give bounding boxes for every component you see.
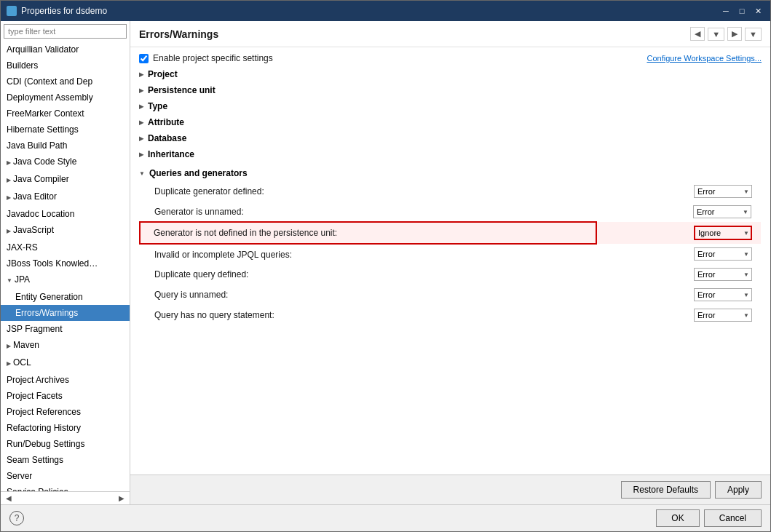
query-select-generator-not-defined[interactable]: ErrorWarningIgnore (694, 226, 752, 240)
cancel-button[interactable]: Cancel (704, 509, 762, 527)
sidebar-item-hibernate-settings[interactable]: Hibernate Settings (1, 122, 130, 138)
sidebar-item-arquillian-validator[interactable]: Arquillian Validator (1, 41, 130, 57)
section-header-database[interactable]: Database (139, 130, 762, 146)
enable-specific-settings-checkbox[interactable] (139, 54, 149, 63)
query-select-wrapper-query-no-statement: ErrorWarningIgnore (694, 309, 752, 322)
sidebar-item-service-policies[interactable]: Service Policies (1, 484, 130, 491)
enable-settings-row: Enable project specific settings Configu… (139, 53, 762, 63)
maximize-button[interactable]: □ (735, 4, 748, 17)
sidebar-item-jsp-fragment[interactable]: JSP Fragment (1, 321, 130, 337)
sidebar-scroll-controls: ◀ ▶ (1, 491, 130, 504)
query-row-generator-unnamed: Generator is unnamed:ErrorWarningIgnore (140, 202, 761, 222)
query-select-cell-invalid-jpql: ErrorWarningIgnore (596, 244, 761, 264)
sidebar-item-jax-rs[interactable]: JAX-RS (1, 239, 130, 255)
sidebar-item-project-references[interactable]: Project References (1, 404, 130, 420)
bottom-buttons: OK Cancel (656, 509, 762, 527)
help-button[interactable]: ? (9, 511, 24, 525)
sidebar-item-server[interactable]: Server (1, 468, 130, 484)
query-row-query-no-statement: Query has no query statement:ErrorWarnin… (140, 305, 761, 325)
sidebar-item-refactoring-history[interactable]: Refactoring History (1, 420, 130, 436)
query-select-generator-unnamed[interactable]: ErrorWarningIgnore (693, 205, 751, 218)
queries-table: Duplicate generator defined:ErrorWarning… (139, 181, 762, 325)
minimize-button[interactable]: ─ (719, 4, 732, 17)
sidebar-item-errors-warnings[interactable]: Errors/Warnings (1, 305, 130, 321)
section-label-inheritance: Inheritance (148, 149, 194, 159)
scroll-right-btn[interactable]: ▶ (116, 493, 127, 503)
section-label-type: Type (148, 101, 167, 111)
scroll-left-btn[interactable]: ◀ (4, 493, 14, 503)
query-label-generator-unnamed: Generator is unnamed: (140, 202, 596, 222)
title-bar-controls: ─ □ ✕ (719, 4, 764, 17)
query-select-query-unnamed[interactable]: ErrorWarningIgnore (694, 288, 752, 301)
sidebar-item-jpa[interactable]: JPA (1, 271, 130, 289)
sidebar-item-maven[interactable]: Maven (1, 337, 130, 354)
queries-section-header[interactable]: Queries and generators (139, 165, 762, 181)
section-header-inheritance[interactable]: Inheritance (139, 146, 762, 162)
sidebar-item-freemarker-context[interactable]: FreeMarker Context (1, 106, 130, 122)
sidebar-item-seam-settings[interactable]: Seam Settings (1, 452, 130, 468)
workspace-settings-link[interactable]: Configure Workspace Settings... (647, 54, 762, 63)
query-label-invalid-jpql: Invalid or incomplete JPQL queries: (140, 244, 596, 264)
nav-back-button[interactable]: ◀ (690, 27, 705, 41)
nav-forward-button[interactable]: ▶ (727, 27, 742, 41)
query-select-cell-generator-not-defined: ErrorWarningIgnore (596, 222, 761, 244)
query-select-duplicate-query[interactable]: ErrorWarningIgnore (694, 268, 752, 281)
query-select-cell-duplicate-generator: ErrorWarningIgnore (596, 181, 761, 202)
section-label-project: Project (148, 69, 178, 79)
panel-body: Enable project specific settings Configu… (130, 47, 770, 475)
sidebar-item-jboss-tools[interactable]: JBoss Tools Knowled… (1, 255, 130, 271)
section-label-database: Database (148, 133, 186, 143)
sidebar: Arquillian ValidatorBuildersCDI (Context… (1, 21, 130, 504)
section-header-persistence-unit[interactable]: Persistence unit (139, 82, 762, 98)
query-select-duplicate-generator[interactable]: ErrorWarningIgnore (694, 185, 752, 198)
section-header-attribute[interactable]: Attribute (139, 114, 762, 130)
panel-title: Errors/Warnings (139, 28, 218, 40)
query-row-duplicate-query: Duplicate query defined:ErrorWarningIgno… (140, 264, 761, 285)
query-select-wrapper-invalid-jpql: ErrorWarningIgnore (694, 247, 752, 261)
sidebar-item-project-facets[interactable]: Project Facets (1, 388, 130, 404)
right-panel: Errors/Warnings ◀ ▼ ▶ ▼ Enable project s… (130, 21, 770, 504)
query-select-invalid-jpql[interactable]: ErrorWarningIgnore (694, 247, 752, 261)
sidebar-item-builders[interactable]: Builders (1, 57, 130, 74)
restore-defaults-button[interactable]: Restore Defaults (621, 481, 711, 499)
sidebar-item-ocl[interactable]: OCL (1, 354, 130, 372)
nav-forward-dropdown-button[interactable]: ▼ (745, 28, 762, 41)
ok-button[interactable]: OK (656, 509, 699, 527)
sidebar-item-deployment-assembly[interactable]: Deployment Assembly (1, 90, 130, 106)
query-label-duplicate-generator: Duplicate generator defined: (140, 181, 596, 202)
bottom-bar: ? OK Cancel (1, 504, 770, 531)
query-select-wrapper-query-unnamed: ErrorWarningIgnore (694, 288, 752, 301)
main-content: Arquillian ValidatorBuildersCDI (Context… (1, 21, 770, 504)
sidebar-item-java-compiler[interactable]: Java Compiler (1, 171, 130, 188)
section-expand-icon-attribute (139, 119, 143, 126)
close-button[interactable]: ✕ (751, 4, 764, 17)
queries-expand-icon (139, 170, 145, 177)
sidebar-item-cdi[interactable]: CDI (Context and Dep (1, 74, 130, 90)
section-header-type[interactable]: Type (139, 98, 762, 114)
sidebar-item-javascript[interactable]: JavaScript (1, 222, 130, 239)
sidebar-item-java-build-path[interactable]: Java Build Path (1, 138, 130, 154)
sidebar-item-java-editor[interactable]: Java Editor (1, 188, 130, 206)
section-expand-icon-project (139, 71, 143, 78)
query-label-generator-not-defined: Generator is not defined in the persiste… (140, 222, 596, 244)
query-select-wrapper-duplicate-query: ErrorWarningIgnore (694, 268, 752, 281)
sidebar-item-javadoc-location[interactable]: Javadoc Location (1, 206, 130, 222)
apply-button[interactable]: Apply (715, 481, 762, 499)
filter-input[interactable] (4, 24, 127, 39)
queries-section-title: Queries and generators (149, 168, 248, 178)
section-expand-icon-type (139, 103, 143, 110)
main-window: Properties for dsdemo ─ □ ✕ Arquillian V… (0, 0, 771, 532)
sidebar-item-run-debug-settings[interactable]: Run/Debug Settings (1, 436, 130, 452)
section-label-attribute: Attribute (148, 117, 184, 127)
sidebar-item-java-code-style[interactable]: Java Code Style (1, 154, 130, 171)
sidebar-item-entity-generation[interactable]: Entity Generation (1, 289, 130, 305)
query-select-wrapper-duplicate-generator: ErrorWarningIgnore (694, 185, 752, 198)
query-row-duplicate-generator: Duplicate generator defined:ErrorWarning… (140, 181, 761, 202)
nav-dropdown-button[interactable]: ▼ (708, 28, 724, 41)
enable-settings-label: Enable project specific settings (153, 53, 273, 63)
section-expand-icon-database (139, 135, 143, 142)
query-label-query-unnamed: Query is unnamed: (140, 285, 596, 305)
sidebar-item-project-archives[interactable]: Project Archives (1, 372, 130, 388)
section-header-project[interactable]: Project (139, 66, 762, 82)
query-select-query-no-statement[interactable]: ErrorWarningIgnore (694, 309, 752, 322)
